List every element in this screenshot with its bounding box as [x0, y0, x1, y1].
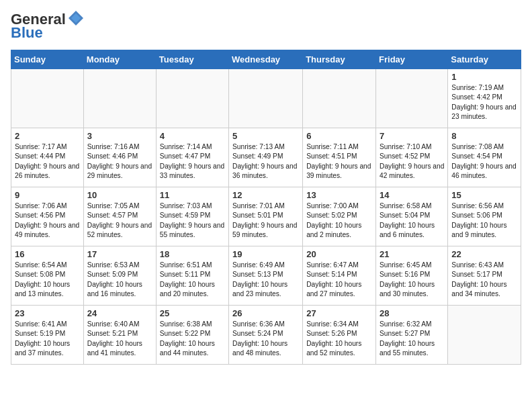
col-header-sunday: Sunday [11, 50, 84, 69]
day-info: Sunrise: 7:10 AM Sunset: 4:52 PM Dayligh… [380, 142, 444, 181]
day-info: Sunrise: 7:17 AM Sunset: 4:44 PM Dayligh… [15, 142, 80, 181]
day-number: 10 [87, 190, 152, 200]
calendar-cell: 20Sunrise: 6:47 AM Sunset: 5:14 PM Dayli… [303, 246, 376, 306]
calendar-cell [83, 69, 156, 128]
day-number: 12 [232, 190, 299, 200]
col-header-friday: Friday [376, 50, 448, 69]
day-info: Sunrise: 6:51 AM Sunset: 5:11 PM Dayligh… [160, 261, 225, 299]
logo: General Blue [11, 11, 85, 42]
calendar-cell: 23Sunrise: 6:41 AM Sunset: 5:19 PM Dayli… [11, 306, 84, 365]
calendar-cell [448, 306, 521, 365]
calendar-cell [376, 69, 448, 128]
day-number: 14 [380, 190, 444, 200]
day-info: Sunrise: 7:11 AM Sunset: 4:51 PM Dayligh… [306, 142, 372, 181]
day-number: 13 [306, 190, 372, 200]
day-number: 19 [232, 249, 299, 259]
day-info: Sunrise: 7:13 AM Sunset: 4:49 PM Dayligh… [232, 142, 299, 181]
day-info: Sunrise: 6:54 AM Sunset: 5:08 PM Dayligh… [15, 261, 80, 299]
calendar-cell: 15Sunrise: 6:56 AM Sunset: 5:06 PM Dayli… [448, 187, 521, 246]
day-info: Sunrise: 7:06 AM Sunset: 4:56 PM Dayligh… [15, 201, 80, 240]
calendar-cell: 5Sunrise: 7:13 AM Sunset: 4:49 PM Daylig… [229, 128, 303, 187]
col-header-tuesday: Tuesday [156, 50, 228, 69]
calendar-cell: 14Sunrise: 6:58 AM Sunset: 5:04 PM Dayli… [376, 187, 448, 246]
day-number: 6 [306, 131, 372, 141]
calendar-cell: 27Sunrise: 6:34 AM Sunset: 5:26 PM Dayli… [303, 306, 376, 365]
calendar-cell: 22Sunrise: 6:43 AM Sunset: 5:17 PM Dayli… [448, 246, 521, 306]
calendar-cell [303, 69, 376, 128]
day-number: 21 [380, 249, 444, 259]
calendar-cell: 16Sunrise: 6:54 AM Sunset: 5:08 PM Dayli… [11, 246, 84, 306]
calendar-cell: 25Sunrise: 6:38 AM Sunset: 5:22 PM Dayli… [156, 306, 228, 365]
day-number: 1 [451, 72, 517, 82]
calendar-cell: 24Sunrise: 6:40 AM Sunset: 5:21 PM Dayli… [83, 306, 156, 365]
calendar-cell: 6Sunrise: 7:11 AM Sunset: 4:51 PM Daylig… [303, 128, 376, 187]
day-info: Sunrise: 6:40 AM Sunset: 5:21 PM Dayligh… [87, 320, 152, 358]
day-number: 5 [232, 131, 299, 141]
day-info: Sunrise: 6:56 AM Sunset: 5:06 PM Dayligh… [451, 201, 517, 240]
calendar-cell: 17Sunrise: 6:53 AM Sunset: 5:09 PM Dayli… [83, 246, 156, 306]
day-info: Sunrise: 6:38 AM Sunset: 5:22 PM Dayligh… [160, 320, 225, 358]
calendar-cell: 12Sunrise: 7:01 AM Sunset: 5:01 PM Dayli… [229, 187, 303, 246]
day-info: Sunrise: 7:14 AM Sunset: 4:47 PM Dayligh… [160, 142, 225, 181]
calendar-cell: 13Sunrise: 7:00 AM Sunset: 5:02 PM Dayli… [303, 187, 376, 246]
day-number: 9 [15, 190, 80, 200]
day-info: Sunrise: 6:36 AM Sunset: 5:24 PM Dayligh… [232, 320, 299, 358]
day-info: Sunrise: 7:16 AM Sunset: 4:46 PM Dayligh… [87, 142, 152, 181]
day-info: Sunrise: 7:08 AM Sunset: 4:54 PM Dayligh… [451, 142, 517, 181]
day-info: Sunrise: 7:03 AM Sunset: 4:59 PM Dayligh… [160, 201, 225, 240]
calendar-cell: 21Sunrise: 6:45 AM Sunset: 5:16 PM Dayli… [376, 246, 448, 306]
day-number: 26 [232, 308, 299, 318]
day-info: Sunrise: 6:41 AM Sunset: 5:19 PM Dayligh… [15, 320, 80, 358]
day-number: 24 [87, 308, 152, 318]
day-info: Sunrise: 6:32 AM Sunset: 5:27 PM Dayligh… [380, 320, 444, 358]
calendar-cell [11, 69, 84, 128]
col-header-thursday: Thursday [303, 50, 376, 69]
day-number: 27 [306, 308, 372, 318]
day-number: 25 [160, 308, 225, 318]
day-info: Sunrise: 7:01 AM Sunset: 5:01 PM Dayligh… [232, 201, 299, 240]
calendar-cell: 8Sunrise: 7:08 AM Sunset: 4:54 PM Daylig… [448, 128, 521, 187]
calendar-cell: 3Sunrise: 7:16 AM Sunset: 4:46 PM Daylig… [83, 128, 156, 187]
calendar-cell: 1Sunrise: 7:19 AM Sunset: 4:42 PM Daylig… [448, 69, 521, 128]
day-number: 20 [306, 249, 372, 259]
logo-icon [67, 9, 85, 27]
col-header-wednesday: Wednesday [229, 50, 303, 69]
day-number: 2 [15, 131, 80, 141]
calendar-table: SundayMondayTuesdayWednesdayThursdayFrid… [11, 50, 521, 365]
calendar-cell: 2Sunrise: 7:17 AM Sunset: 4:44 PM Daylig… [11, 128, 84, 187]
calendar-cell: 19Sunrise: 6:49 AM Sunset: 5:13 PM Dayli… [229, 246, 303, 306]
calendar-cell [229, 69, 303, 128]
col-header-saturday: Saturday [448, 50, 521, 69]
day-number: 17 [87, 249, 152, 259]
day-number: 8 [451, 131, 517, 141]
day-info: Sunrise: 6:45 AM Sunset: 5:16 PM Dayligh… [380, 261, 444, 299]
day-info: Sunrise: 6:43 AM Sunset: 5:17 PM Dayligh… [451, 261, 517, 299]
day-number: 16 [15, 249, 80, 259]
day-number: 3 [87, 131, 152, 141]
day-info: Sunrise: 6:49 AM Sunset: 5:13 PM Dayligh… [232, 261, 299, 299]
day-info: Sunrise: 7:00 AM Sunset: 5:02 PM Dayligh… [306, 201, 372, 240]
day-info: Sunrise: 6:53 AM Sunset: 5:09 PM Dayligh… [87, 261, 152, 299]
calendar-cell: 9Sunrise: 7:06 AM Sunset: 4:56 PM Daylig… [11, 187, 84, 246]
day-number: 28 [380, 308, 444, 318]
day-info: Sunrise: 6:58 AM Sunset: 5:04 PM Dayligh… [380, 201, 444, 240]
calendar-cell: 28Sunrise: 6:32 AM Sunset: 5:27 PM Dayli… [376, 306, 448, 365]
day-number: 4 [160, 131, 225, 141]
calendar-cell: 4Sunrise: 7:14 AM Sunset: 4:47 PM Daylig… [156, 128, 228, 187]
day-number: 23 [15, 308, 80, 318]
day-number: 15 [451, 190, 517, 200]
calendar-cell: 10Sunrise: 7:05 AM Sunset: 4:57 PM Dayli… [83, 187, 156, 246]
day-number: 22 [451, 249, 517, 259]
calendar-cell: 7Sunrise: 7:10 AM Sunset: 4:52 PM Daylig… [376, 128, 448, 187]
day-info: Sunrise: 6:47 AM Sunset: 5:14 PM Dayligh… [306, 261, 372, 299]
col-header-monday: Monday [83, 50, 156, 69]
calendar-cell [156, 69, 228, 128]
calendar-cell: 11Sunrise: 7:03 AM Sunset: 4:59 PM Dayli… [156, 187, 228, 246]
day-info: Sunrise: 7:05 AM Sunset: 4:57 PM Dayligh… [87, 201, 152, 240]
day-info: Sunrise: 6:34 AM Sunset: 5:26 PM Dayligh… [306, 320, 372, 358]
day-number: 7 [380, 131, 444, 141]
calendar-cell: 18Sunrise: 6:51 AM Sunset: 5:11 PM Dayli… [156, 246, 228, 306]
day-info: Sunrise: 7:19 AM Sunset: 4:42 PM Dayligh… [451, 83, 517, 122]
calendar-cell: 26Sunrise: 6:36 AM Sunset: 5:24 PM Dayli… [229, 306, 303, 365]
page-header: General Blue [11, 11, 521, 42]
